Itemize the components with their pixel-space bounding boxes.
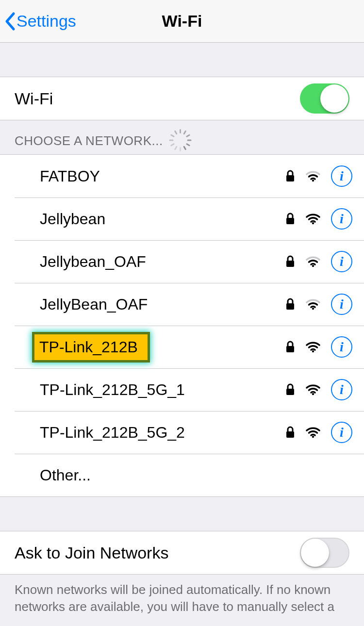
ask-join-group: Ask to Join Networks bbox=[0, 531, 364, 575]
choose-network-header: CHOOSE A NETWORK... bbox=[0, 120, 364, 154]
network-icons: i bbox=[285, 165, 352, 187]
svg-rect-8 bbox=[286, 346, 294, 352]
svg-rect-12 bbox=[286, 431, 294, 438]
wifi-toggle-group: Wi-Fi bbox=[0, 77, 364, 120]
spacer bbox=[0, 43, 364, 77]
info-button[interactable]: i bbox=[331, 422, 352, 443]
network-name: Jellybean_OAF bbox=[40, 253, 285, 271]
svg-point-13 bbox=[312, 436, 314, 438]
network-name: TP-Link_212B_5G_1 bbox=[40, 381, 285, 399]
spacer bbox=[0, 497, 364, 531]
wifi-toggle-row: Wi-Fi bbox=[0, 77, 364, 120]
network-row[interactable]: Jellybean_OAFi bbox=[0, 240, 364, 283]
network-name-label: FATBOY bbox=[40, 167, 100, 185]
network-name: JellyBean_OAF bbox=[40, 296, 285, 313]
info-button[interactable]: i bbox=[331, 251, 352, 272]
network-row[interactable]: FATBOYi bbox=[0, 155, 364, 198]
info-button[interactable]: i bbox=[331, 294, 352, 315]
lock-icon bbox=[285, 170, 295, 182]
network-name-label: JellyBean_OAF bbox=[40, 296, 148, 313]
svg-point-9 bbox=[312, 350, 314, 352]
network-icons: i bbox=[285, 294, 352, 315]
network-name: Jellybean bbox=[40, 210, 285, 228]
ask-join-toggle[interactable] bbox=[300, 538, 349, 568]
network-name-label: TP-Link_212B_5G_2 bbox=[40, 424, 185, 442]
wifi-signal-icon bbox=[306, 298, 320, 310]
lock-icon bbox=[285, 298, 295, 311]
network-icons: i bbox=[285, 251, 352, 272]
back-label: Settings bbox=[17, 12, 76, 31]
ask-join-row: Ask to Join Networks bbox=[0, 531, 364, 574]
lock-icon bbox=[285, 255, 295, 268]
network-name-label: Jellybean bbox=[40, 210, 105, 228]
svg-point-11 bbox=[312, 393, 314, 395]
info-button[interactable]: i bbox=[331, 208, 352, 230]
highlighted-network-label: TP-Link_212B bbox=[32, 332, 150, 362]
svg-rect-2 bbox=[286, 218, 294, 224]
info-button[interactable]: i bbox=[331, 379, 352, 400]
network-list: FATBOYiJellybeaniJellybean_OAFiJellyBean… bbox=[0, 154, 364, 497]
wifi-toggle-label: Wi-Fi bbox=[15, 89, 300, 108]
svg-rect-0 bbox=[286, 175, 294, 181]
wifi-signal-icon bbox=[306, 213, 320, 225]
info-button[interactable]: i bbox=[331, 165, 352, 187]
network-icons: i bbox=[285, 336, 352, 358]
wifi-signal-icon bbox=[306, 427, 320, 438]
network-name: TP-Link_212B_5G_2 bbox=[40, 424, 285, 442]
network-icons: i bbox=[285, 422, 352, 443]
svg-rect-6 bbox=[286, 303, 294, 310]
chevron-left-icon bbox=[4, 12, 16, 31]
other-network-row[interactable]: Other... bbox=[0, 454, 364, 496]
info-button[interactable]: i bbox=[331, 336, 352, 358]
network-row[interactable]: TP-Link_212B_5G_1i bbox=[0, 368, 364, 411]
svg-rect-10 bbox=[286, 389, 294, 395]
page-title: Wi-Fi bbox=[162, 12, 202, 31]
wifi-toggle[interactable] bbox=[300, 83, 349, 114]
lock-icon bbox=[285, 426, 295, 439]
svg-point-1 bbox=[312, 180, 314, 181]
lock-icon bbox=[285, 383, 295, 396]
svg-rect-4 bbox=[286, 261, 294, 267]
network-row[interactable]: JellyBean_OAFi bbox=[0, 283, 364, 326]
network-row[interactable]: TP-Link_212Bi bbox=[0, 326, 364, 368]
network-name: TP-Link_212B bbox=[40, 332, 285, 362]
toggle-knob bbox=[301, 539, 329, 567]
loading-spinner-icon bbox=[172, 136, 187, 151]
svg-point-7 bbox=[312, 308, 314, 310]
network-icons: i bbox=[285, 379, 352, 400]
wifi-signal-icon bbox=[306, 341, 320, 353]
wifi-signal-icon bbox=[306, 384, 320, 395]
svg-point-3 bbox=[312, 222, 314, 224]
other-network-label: Other... bbox=[40, 466, 352, 484]
network-icons: i bbox=[285, 208, 352, 230]
back-button[interactable]: Settings bbox=[4, 0, 76, 42]
toggle-knob bbox=[320, 84, 348, 113]
nav-header: Settings Wi-Fi bbox=[0, 0, 364, 43]
lock-icon bbox=[285, 213, 295, 225]
choose-network-label: CHOOSE A NETWORK... bbox=[15, 133, 163, 148]
network-name: FATBOY bbox=[40, 167, 285, 185]
network-name-label: TP-Link_212B_5G_1 bbox=[40, 381, 185, 399]
network-row[interactable]: TP-Link_212B_5G_2i bbox=[0, 411, 364, 454]
network-row[interactable]: Jellybeani bbox=[0, 198, 364, 240]
svg-point-5 bbox=[312, 265, 314, 267]
wifi-signal-icon bbox=[306, 170, 320, 182]
ask-join-label: Ask to Join Networks bbox=[15, 544, 300, 562]
lock-icon bbox=[285, 341, 295, 353]
network-name-label: Jellybean_OAF bbox=[40, 253, 146, 271]
footer-text: Known networks will be joined automatica… bbox=[0, 575, 364, 615]
wifi-signal-icon bbox=[306, 256, 320, 267]
